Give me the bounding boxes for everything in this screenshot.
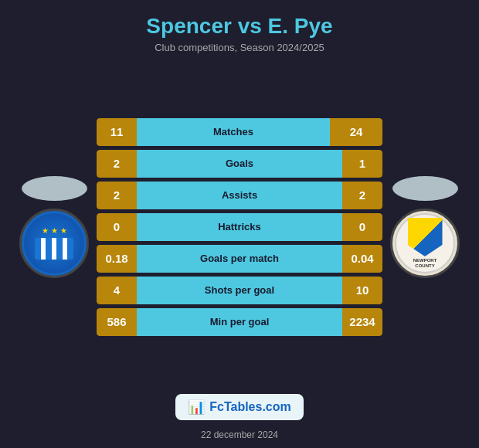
newport-text: NEWPORTCOUNTY — [413, 258, 437, 268]
right-club-ellipse — [392, 176, 458, 201]
stat-right-min-per-goal: 2234 — [342, 308, 382, 336]
stat-row-goals: 2 Goals 1 — [97, 150, 382, 178]
stat-right-matches: 24 — [330, 118, 382, 146]
stat-row-goals-per-match: 0.18 Goals per match 0.04 — [97, 245, 382, 273]
stat-right-goals-per-match: 0.04 — [342, 245, 382, 273]
comparison-section: ★ ★ ★ 11 Matches 24 2 Goals 1 2 — [8, 66, 471, 388]
huddersfield-logo: ★ ★ ★ — [24, 213, 84, 273]
right-club-col: NEWPORTCOUNTY — [382, 176, 467, 278]
footer-date: 22 december 2024 — [201, 429, 278, 440]
stat-right-shots-per-goal: 10 — [342, 277, 382, 304]
star-2: ★ — [51, 226, 58, 235]
stat-left-goals: 2 — [97, 150, 137, 178]
star-3: ★ — [60, 226, 67, 235]
stat-right-assists: 2 — [342, 182, 382, 209]
stat-row-hattricks: 0 Hattricks 0 — [97, 213, 382, 241]
bar-chart-icon: 📊 — [188, 399, 205, 416]
right-club-badge: NEWPORTCOUNTY — [390, 209, 460, 278]
stat-label-goals-per-match: Goals per match — [137, 245, 342, 273]
stat-label-min-per-goal: Min per goal — [137, 308, 342, 336]
newport-shield — [408, 218, 443, 256]
page-wrapper: Spencer vs E. Pye Club competitions, Sea… — [0, 0, 479, 448]
stat-left-shots-per-goal: 4 — [97, 277, 137, 304]
stat-row-matches: 11 Matches 24 — [97, 118, 382, 146]
stat-row-shots-per-goal: 4 Shots per goal 10 — [97, 277, 382, 304]
stars-row: ★ ★ ★ — [42, 226, 67, 235]
stat-left-assists: 2 — [97, 182, 137, 209]
left-club-ellipse — [22, 176, 87, 201]
subtitle: Club competitions, Season 2024/2025 — [155, 42, 324, 53]
stat-label-matches: Matches — [137, 118, 330, 146]
stat-label-hattricks: Hattricks — [137, 213, 342, 241]
left-club-badge: ★ ★ ★ — [19, 209, 89, 278]
logo-section[interactable]: 📊 FcTables.com — [175, 394, 304, 420]
stat-label-assists: Assists — [137, 182, 342, 209]
stat-label-goals: Goals — [137, 150, 342, 178]
stat-row-min-per-goal: 586 Min per goal 2234 — [97, 308, 382, 336]
club-stripe — [35, 238, 73, 260]
page-title: Spencer vs E. Pye — [146, 14, 332, 39]
stat-right-goals: 1 — [342, 150, 382, 178]
stat-right-hattricks: 0 — [342, 213, 382, 241]
newport-logo: NEWPORTCOUNTY — [395, 213, 455, 273]
stat-left-goals-per-match: 0.18 — [97, 245, 137, 273]
stat-left-matches: 11 — [97, 118, 137, 146]
stats-col: 11 Matches 24 2 Goals 1 2 Assists 2 0 Ha… — [97, 118, 382, 336]
stat-left-min-per-goal: 586 — [97, 308, 137, 336]
left-club-col: ★ ★ ★ — [12, 176, 97, 278]
stat-left-hattricks: 0 — [97, 213, 137, 241]
logo-text: FcTables.com — [209, 400, 291, 414]
stat-label-shots-per-goal: Shots per goal — [137, 277, 342, 304]
stat-row-assists: 2 Assists 2 — [97, 182, 382, 209]
star-1: ★ — [42, 226, 49, 235]
